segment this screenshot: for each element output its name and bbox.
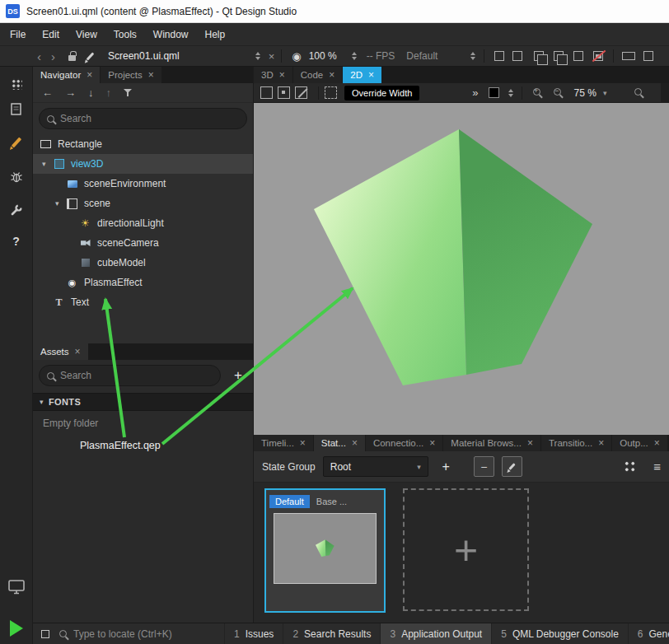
assets-search-input[interactable]	[60, 370, 213, 381]
move-down-icon[interactable]: ↓	[88, 86, 94, 99]
chevron-down-icon[interactable]: ▾	[55, 199, 66, 208]
copy-icon[interactable]	[534, 51, 544, 61]
kit-selector-button[interactable]	[0, 574, 32, 600]
document-mode-button[interactable]	[0, 96, 32, 123]
move-forwards-icon[interactable]: →	[65, 86, 76, 99]
file-spinner-icon[interactable]	[255, 52, 260, 60]
toolbar-overflow-icon[interactable]: »	[472, 86, 478, 99]
close-icon[interactable]: ×	[300, 438, 306, 448]
tab-3d[interactable]: 3D ×	[254, 67, 293, 83]
close-icon[interactable]: ×	[279, 70, 285, 80]
move-backwards-icon[interactable]: ←	[42, 86, 53, 99]
move-up-icon[interactable]: ↑	[106, 86, 112, 99]
state-group-dropdown[interactable]: Root ▾	[323, 456, 428, 477]
camera-off-icon[interactable]	[593, 51, 603, 61]
filter-icon[interactable]	[124, 88, 133, 98]
zoom-spinner-icon[interactable]	[352, 52, 357, 60]
canvas-color-swatch[interactable]	[489, 87, 499, 98]
panel-issues[interactable]: 1 Issues	[224, 623, 283, 644]
menu-edit[interactable]: Edit	[34, 23, 68, 46]
add-asset-button[interactable]: +	[229, 367, 247, 384]
annotation-tool-icon[interactable]	[494, 51, 504, 61]
tab-material-browser[interactable]: Material Brows... ×	[443, 435, 541, 451]
close-icon[interactable]: ×	[75, 347, 81, 357]
close-icon[interactable]: ×	[87, 70, 92, 80]
list-view-icon[interactable]: ≡	[653, 460, 661, 474]
tree-item-cubemodel[interactable]: cubeModel	[33, 253, 253, 273]
state-card-default[interactable]: Default Base ...	[264, 488, 386, 613]
help-button[interactable]: ?	[0, 228, 32, 254]
paste-icon[interactable]	[554, 51, 564, 61]
design-mode-button[interactable]	[0, 129, 32, 156]
canvas-zoom-label[interactable]: 75 %	[574, 87, 596, 99]
tab-connections[interactable]: Connectio... ×	[366, 435, 443, 451]
navigator-search[interactable]	[39, 108, 247, 129]
form-editor-canvas[interactable]	[254, 103, 669, 435]
run-button[interactable]	[0, 615, 32, 642]
locator-input[interactable]	[73, 628, 218, 640]
select-items-tool-icon[interactable]	[278, 86, 290, 99]
override-width-button[interactable]: Override Width	[344, 86, 419, 100]
stop-icon[interactable]	[41, 630, 49, 638]
state-base-label[interactable]: Base ...	[316, 497, 347, 506]
canvas-spinner-icon[interactable]	[508, 89, 513, 97]
state-default-chip[interactable]: Default	[269, 495, 310, 508]
menu-window[interactable]: Window	[145, 23, 197, 46]
selection-tool-icon[interactable]	[260, 86, 273, 99]
frame-icon[interactable]	[573, 51, 583, 61]
tree-item-rectangle[interactable]: Rectangle	[33, 134, 253, 154]
thumbnail-view-icon[interactable]	[624, 460, 636, 473]
debug-mode-button[interactable]	[0, 164, 32, 190]
lock-icon[interactable]	[68, 55, 76, 61]
current-file-label[interactable]: Screen01.ui.qml	[108, 50, 180, 62]
tree-item-view3d[interactable]: ▾ view3D	[33, 154, 253, 174]
tree-item-scene[interactable]: ▾ scene	[33, 194, 253, 213]
tree-item-plasmaeffect[interactable]: ◉ PlasmaEffect	[33, 273, 253, 292]
fps-value[interactable]: Default	[406, 50, 437, 62]
back-icon[interactable]: ‹	[37, 50, 41, 63]
tab-timeline[interactable]: Timeli... ×	[254, 435, 314, 451]
zoom-out-button[interactable]	[552, 86, 566, 100]
menu-tools[interactable]: Tools	[105, 23, 145, 46]
tab-code[interactable]: Code ×	[293, 67, 344, 83]
panel-general[interactable]: 6 General	[628, 623, 669, 644]
tools-button[interactable]	[0, 197, 32, 223]
locator[interactable]	[59, 628, 218, 640]
move-tool-icon[interactable]	[295, 86, 307, 99]
assets-search[interactable]	[39, 365, 221, 386]
close-icon[interactable]: ×	[368, 70, 374, 80]
menu-help[interactable]: Help	[197, 23, 234, 46]
zoom-in-button[interactable]	[531, 86, 545, 100]
tab-2d[interactable]: 2D ×	[343, 67, 382, 83]
zoom-target-icon[interactable]: ◉	[292, 50, 301, 63]
navigator-search-input[interactable]	[60, 113, 239, 124]
export-icon[interactable]	[512, 51, 522, 61]
keyboard-icon[interactable]	[622, 52, 635, 60]
tab-assets[interactable]: Assets ×	[33, 343, 89, 360]
tree-item-directionallight[interactable]: ☀ directionalLight	[33, 213, 253, 233]
panel-qml-debugger[interactable]: 5 QML Debugger Console	[491, 623, 628, 644]
close-icon[interactable]: ×	[654, 438, 660, 448]
zoom-level-label[interactable]: 100 %	[309, 50, 337, 62]
close-file-icon[interactable]: ×	[269, 51, 275, 62]
tab-projects[interactable]: Projects ×	[101, 67, 162, 83]
tree-item-scenecamera[interactable]: sceneCamera	[33, 233, 253, 253]
forward-icon[interactable]: ›	[51, 50, 55, 63]
close-icon[interactable]: ×	[352, 438, 358, 448]
close-icon[interactable]: ×	[148, 70, 154, 80]
fps-spinner-icon[interactable]	[470, 52, 475, 60]
chevron-down-icon[interactable]: ▾	[42, 160, 53, 168]
tree-item-sceneenvironment[interactable]: sceneEnvironment	[33, 174, 253, 194]
tab-states[interactable]: Stat... ×	[314, 435, 366, 451]
state-thumbnail[interactable]	[274, 513, 377, 584]
device-icon[interactable]	[643, 51, 653, 61]
close-icon[interactable]: ×	[527, 438, 533, 448]
rename-state-group-button[interactable]	[502, 456, 522, 477]
add-state-tile[interactable]: +	[403, 488, 529, 611]
panel-search-results[interactable]: 2 Search Results	[283, 623, 380, 644]
remove-state-group-button[interactable]: −	[474, 456, 494, 477]
tab-navigator[interactable]: Navigator ×	[33, 67, 101, 83]
menu-file[interactable]: File	[2, 23, 34, 46]
fonts-section-header[interactable]: ▾ FONTS	[33, 393, 253, 411]
panel-application-output[interactable]: 3 Application Output	[380, 623, 491, 644]
